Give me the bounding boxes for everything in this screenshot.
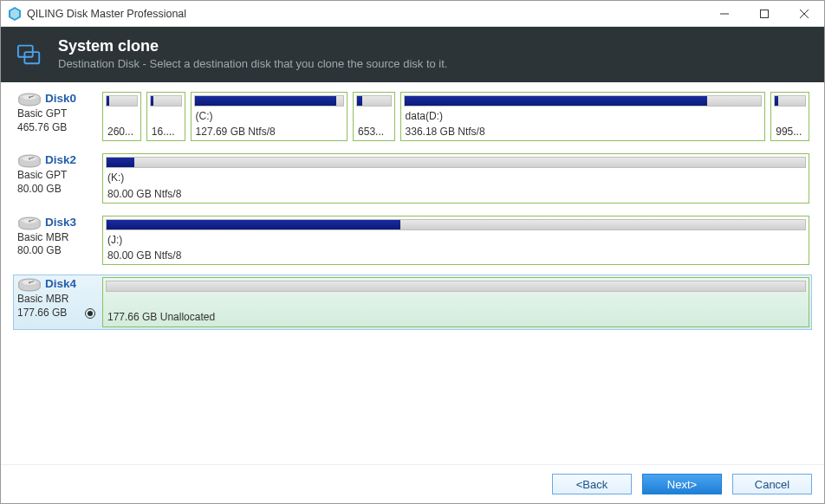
partition-list: (J:)80.00 GB Ntfs/8 [102,216,809,265]
partition-label2: 80.00 GB Ntfs/8 [107,187,804,201]
usage-bar [404,95,763,107]
usage-bar [106,281,806,292]
partition[interactable]: (K:)80.00 GB Ntfs/8 [102,153,809,203]
disk-type: Basic MBR [17,231,95,245]
disk-icon [17,277,42,293]
next-button[interactable]: Next> [642,474,722,494]
disk-name: Disk2 [45,153,76,169]
partition[interactable]: data(D:)336.18 GB Ntfs/8 [400,92,766,141]
back-button[interactable]: <Back [552,474,632,494]
disk-size: 177.66 GB [17,307,95,320]
partition[interactable]: 16.... [146,92,185,141]
partition-list: 177.66 GB Unallocated [102,277,809,326]
usage-bar [150,95,182,107]
disk-radio[interactable] [85,308,95,319]
partition-label1 [107,294,804,308]
disk-size: 465.76 GB [17,121,95,135]
usage-bar [106,157,806,168]
footer: <Back Next> Cancel [1,464,824,503]
disk-type: Basic MBR [17,293,95,307]
disk-icon [17,92,42,107]
partition[interactable]: 653... [353,92,394,141]
partition-label1: (C:) [196,109,343,123]
disk-row[interactable]: Disk2Basic GPT80.00 GB(K:)80.00 GB Ntfs/… [13,151,812,205]
disk-row[interactable]: Disk0Basic GPT465.76 GB 260... 16....(C:… [13,89,812,144]
disk-head: Disk3Basic MBR80.00 GB [16,216,97,265]
usage-bar [774,95,806,107]
maximize-button[interactable] [744,1,784,27]
partition-list: (K:)80.00 GB Ntfs/8 [102,153,809,203]
cancel-button[interactable]: Cancel [732,474,812,494]
titlebar: QILING Disk Master Professional [1,1,824,27]
partition-label2: 336.18 GB Ntfs/8 [406,125,761,139]
close-button[interactable] [784,1,824,27]
usage-bar [106,219,806,230]
disk-head: Disk4Basic MBR177.66 GB [16,277,97,326]
partition-label1: (K:) [107,171,804,184]
app-logo-icon [8,7,22,21]
disk-icon [17,153,42,169]
disk-type: Basic GPT [17,169,95,183]
usage-bar [356,95,391,107]
usage-bar [194,95,345,107]
disk-type: Basic GPT [17,107,95,121]
partition[interactable]: 177.66 GB Unallocated [102,277,809,326]
disk-size: 80.00 GB [17,183,95,197]
partition-label2: 995... [776,125,804,139]
partition[interactable]: 260... [102,92,141,141]
disk-head: Disk2Basic GPT80.00 GB [16,153,97,203]
disk-name: Disk0 [45,92,76,107]
page-subtitle: Destination Disk - Select a destination … [58,57,447,70]
disk-list: Disk0Basic GPT465.76 GB 260... 16....(C:… [1,82,824,344]
disk-head: Disk0Basic GPT465.76 GB [16,92,97,141]
svg-rect-0 [761,10,769,17]
partition-label2: 260... [107,125,136,139]
partition[interactable]: 995... [770,92,809,141]
partition[interactable]: (C:)127.69 GB Ntfs/8 [191,92,348,141]
disk-row[interactable]: Disk4Basic MBR177.66 GB 177.66 GB Unallo… [13,275,812,329]
clone-icon [16,41,42,67]
partition-label2: 177.66 GB Unallocated [107,310,804,324]
page-title: System clone [58,37,447,55]
window-title: QILING Disk Master Professional [27,8,705,20]
minimize-button[interactable] [705,1,744,27]
disk-row[interactable]: Disk3Basic MBR80.00 GB(J:)80.00 GB Ntfs/… [13,213,812,268]
partition-label2: 80.00 GB Ntfs/8 [107,249,804,262]
partition-label1 [358,109,389,123]
disk-icon [17,216,42,231]
page-header: System clone Destination Disk - Select a… [1,27,824,82]
partition-label1 [776,109,804,123]
partition-label1 [152,109,180,123]
partition-label1 [107,109,136,123]
partition-label1: (J:) [107,233,804,247]
disk-size: 80.00 GB [17,244,95,258]
partition-label1: data(D:) [406,109,761,123]
partition-label2: 653... [358,125,389,139]
partition-label2: 16.... [152,125,180,139]
usage-bar [106,95,138,107]
partition[interactable]: (J:)80.00 GB Ntfs/8 [102,216,809,265]
partition-label2: 127.69 GB Ntfs/8 [196,125,343,139]
disk-name: Disk4 [45,277,76,293]
disk-name: Disk3 [45,216,76,231]
partition-list: 260... 16....(C:)127.69 GB Ntfs/8 653...… [102,92,809,141]
